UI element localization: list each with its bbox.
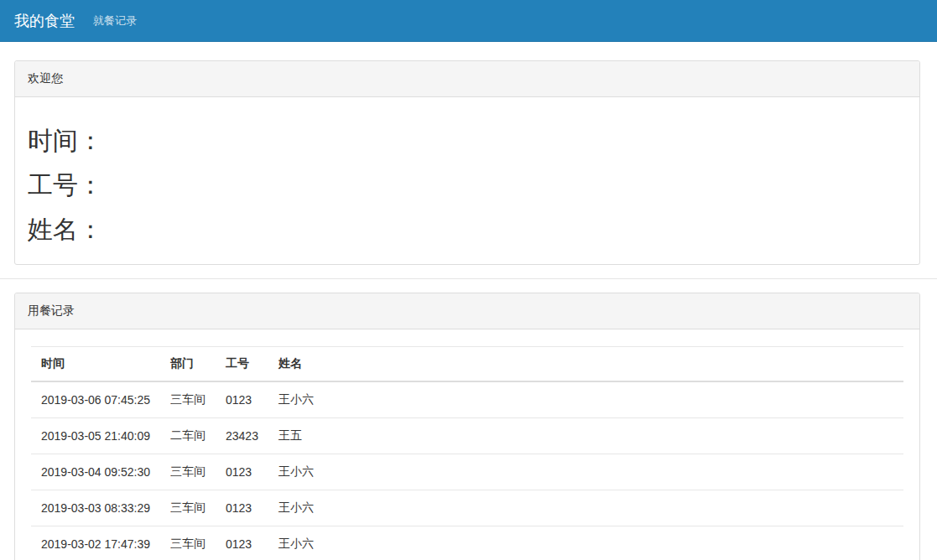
table-row: 2019-03-04 09:52:30三车间0123王小六 [31, 454, 903, 490]
table-row: 2019-03-06 07:45:25三车间0123王小六 [31, 381, 903, 418]
table-cell: 三车间 [160, 490, 216, 526]
records-panel-body: 时间 部门 工号 姓名 2019-03-06 07:45:25三车间0123王小… [15, 329, 919, 560]
table-header-department: 部门 [160, 347, 216, 382]
table-cell: 0123 [216, 526, 268, 560]
table-cell: 王小六 [268, 381, 903, 418]
welcome-panel-body: 时间： 工号： 姓名： [15, 97, 919, 264]
records-panel: 用餐记录 时间 部门 工号 姓名 2019-03-06 07:45:25三车间0… [14, 293, 920, 560]
name-line: 姓名： [28, 215, 907, 243]
table-cell: 2019-03-06 07:45:25 [31, 381, 160, 418]
navbar: 我的食堂 就餐记录 [0, 0, 937, 42]
table-cell: 0123 [216, 490, 268, 526]
table-cell: 王五 [268, 418, 903, 454]
welcome-panel-title: 欢迎您 [15, 61, 919, 97]
main-content: 欢迎您 时间： 工号： 姓名： [14, 60, 920, 265]
employee-id-line: 工号： [28, 171, 907, 199]
table-cell: 23423 [216, 418, 268, 454]
table-cell: 三车间 [160, 454, 216, 490]
time-label: 时间： [28, 127, 103, 154]
table-cell: 三车间 [160, 381, 216, 418]
welcome-panel: 欢迎您 时间： 工号： 姓名： [14, 60, 920, 265]
table-cell: 2019-03-05 21:40:09 [31, 418, 160, 454]
table-cell: 2019-03-02 17:47:39 [31, 526, 160, 560]
table-cell: 王小六 [268, 490, 903, 526]
brand-link[interactable]: 我的食堂 [14, 0, 75, 42]
table-cell: 三车间 [160, 526, 216, 560]
table-row: 2019-03-05 21:40:09二车间23423王五 [31, 418, 903, 454]
employee-id-label: 工号： [28, 171, 103, 199]
table-cell: 0123 [216, 381, 268, 418]
table-row: 2019-03-02 17:47:39三车间0123王小六 [31, 526, 903, 560]
table-header-time: 时间 [31, 347, 160, 382]
table-header-employee-id: 工号 [216, 347, 268, 382]
table-cell: 2019-03-04 09:52:30 [31, 454, 160, 490]
table-header-row: 时间 部门 工号 姓名 [31, 347, 903, 382]
table-row: 2019-03-03 08:33:29三车间0123王小六 [31, 490, 903, 526]
records-section: 用餐记录 时间 部门 工号 姓名 2019-03-06 07:45:25三车间0… [14, 293, 920, 560]
name-label: 姓名： [28, 215, 103, 243]
table-cell: 王小六 [268, 526, 903, 560]
table-cell: 0123 [216, 454, 268, 490]
records-panel-title: 用餐记录 [15, 293, 919, 329]
table-header-name: 姓名 [268, 347, 903, 382]
records-table-body: 2019-03-06 07:45:25三车间0123王小六2019-03-05 … [31, 381, 903, 560]
records-table: 时间 部门 工号 姓名 2019-03-06 07:45:25三车间0123王小… [31, 346, 903, 560]
table-cell: 2019-03-03 08:33:29 [31, 490, 160, 526]
table-cell: 二车间 [160, 418, 216, 454]
nav-item-dining-records[interactable]: 就餐记录 [93, 0, 137, 42]
section-divider [0, 278, 937, 279]
time-line: 时间： [28, 127, 907, 154]
table-cell: 王小六 [268, 454, 903, 490]
